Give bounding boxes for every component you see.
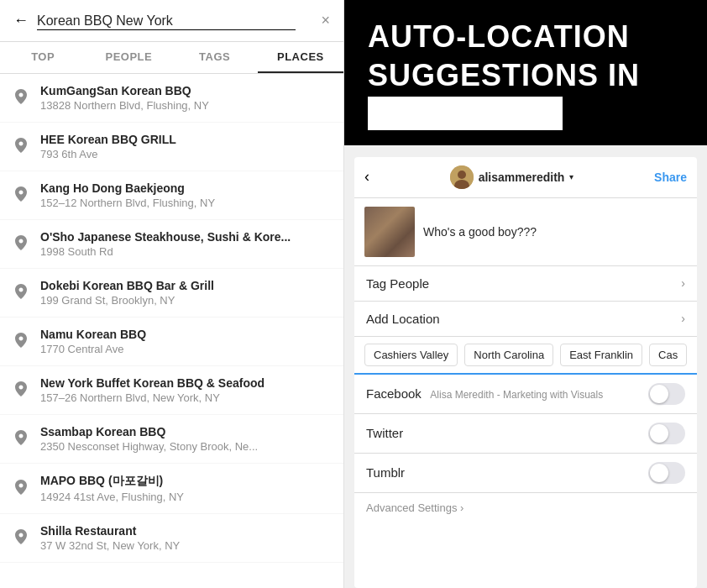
- result-text: Kang Ho Dong Baekjeong 152–12 Northern B…: [40, 181, 215, 209]
- location-pin-icon: [13, 138, 29, 156]
- back-button[interactable]: ←: [13, 12, 29, 29]
- location-pin-icon: [13, 333, 29, 351]
- location-chips: Cashiers Valley North Carolina East Fran…: [354, 337, 697, 375]
- ig-facebook-row: Facebook Alisa Meredith - Marketing with…: [354, 375, 697, 414]
- ig-facebook-label: Facebook: [366, 386, 422, 401]
- result-item-4[interactable]: Dokebi Korean BBQ Bar & Grill 199 Grand …: [0, 269, 343, 318]
- result-address: 1770 Central Ave: [40, 343, 146, 355]
- chip-east-franklin[interactable]: East Franklin: [560, 344, 642, 366]
- right-panel: AUTO-LOCATION SUGGESTIONS IN INSTAGRAM ‹…: [344, 0, 707, 588]
- ig-share-button[interactable]: Share: [654, 171, 687, 184]
- tab-tags[interactable]: TAGS: [172, 42, 258, 73]
- location-pin-icon: [13, 480, 29, 498]
- result-name: Kang Ho Dong Baekjeong: [40, 181, 215, 195]
- result-name: MAPO BBQ (마포갈비): [40, 474, 184, 489]
- tab-top[interactable]: TOP: [0, 42, 86, 73]
- location-pin-icon: [13, 529, 29, 548]
- ig-back-button[interactable]: ‹: [364, 168, 369, 186]
- tab-places[interactable]: PLACES: [258, 42, 343, 73]
- svg-point-1: [458, 171, 466, 179]
- ig-chevron-icon: ▾: [569, 172, 573, 181]
- ig-profile: alisammeredith ▾: [376, 165, 647, 189]
- result-name: HEE Korean BBQ GRILL: [40, 133, 176, 146]
- result-name: KumGangSan Korean BBQ: [40, 84, 209, 97]
- headline-line3: INSTAGRAM: [368, 92, 683, 130]
- result-name: New York Buffet Korean BBQ & Seafood: [40, 376, 264, 390]
- result-text: Ssambap Korean BBQ 2350 Nesconset Highwa…: [40, 425, 258, 453]
- result-address: 1998 South Rd: [40, 245, 291, 258]
- results-list: KumGangSan Korean BBQ 13828 Northern Blv…: [0, 74, 343, 588]
- result-address: 152–12 Northern Blvd, Flushing, NY: [40, 197, 215, 209]
- twitter-toggle-knob: [650, 424, 668, 443]
- result-text: Dokebi Korean BBQ Bar & Grill 199 Grand …: [40, 279, 214, 307]
- result-text: KumGangSan Korean BBQ 13828 Northern Blv…: [40, 84, 209, 112]
- ig-avatar: [450, 165, 474, 189]
- result-item-1[interactable]: HEE Korean BBQ GRILL 793 6th Ave: [0, 123, 343, 171]
- search-underline: [37, 29, 296, 30]
- location-pin-icon: [13, 430, 29, 449]
- result-text: MAPO BBQ (마포갈비) 14924 41st Ave, Flushing…: [40, 474, 184, 503]
- headline-block: AUTO-LOCATION SUGGESTIONS IN INSTAGRAM: [344, 0, 707, 145]
- ig-add-location-section[interactable]: Add Location ›: [354, 302, 697, 337]
- tumblr-toggle-knob: [650, 464, 668, 482]
- result-item-7[interactable]: Ssambap Korean BBQ 2350 Nesconset Highwa…: [0, 415, 343, 464]
- ig-tumblr-row: Tumblr: [354, 454, 697, 493]
- ig-location-chevron-icon: ›: [681, 312, 685, 325]
- result-item-5[interactable]: Namu Korean BBQ 1770 Central Ave: [0, 318, 343, 366]
- result-text: Namu Korean BBQ 1770 Central Ave: [40, 328, 146, 355]
- ig-tag-people-label: Tag People: [366, 276, 429, 291]
- ig-username: alisammeredith: [479, 171, 565, 184]
- ig-tumblr-label: Tumblr: [366, 465, 405, 480]
- chip-cas[interactable]: Cas: [649, 344, 687, 366]
- headline-line2: SUGGESTIONS IN: [368, 59, 683, 92]
- ig-content: Who's a good boy???: [354, 198, 697, 266]
- result-address: 199 Grand St, Brooklyn, NY: [40, 294, 214, 307]
- left-panel: ← × TOP PEOPLE TAGS PLACES KumGangSan Ko…: [0, 0, 344, 588]
- result-address: 157–26 Northern Blvd, New York, NY: [40, 391, 264, 404]
- result-address: 13828 Northern Blvd, Flushing, NY: [40, 99, 209, 112]
- tab-people[interactable]: PEOPLE: [86, 42, 171, 73]
- headline-line3-text: INSTAGRAM: [368, 97, 563, 130]
- ig-facebook-sub: Alisa Meredith - Marketing with Visuals: [430, 389, 603, 401]
- search-bar: ← ×: [0, 0, 343, 42]
- headline-line1: AUTO-LOCATION: [368, 20, 683, 54]
- result-name: Ssambap Korean BBQ: [40, 425, 258, 438]
- result-name: Namu Korean BBQ: [40, 328, 146, 341]
- ig-add-location-label: Add Location: [366, 312, 440, 326]
- result-address: 793 6th Ave: [40, 148, 176, 160]
- ig-caption: Who's a good boy???: [423, 207, 537, 257]
- result-address: 14924 41st Ave, Flushing, NY: [40, 491, 184, 503]
- location-pin-icon: [13, 381, 29, 400]
- result-text: O'Sho Japanese Steakhouse, Sushi & Kore.…: [40, 230, 291, 258]
- result-name: Dokebi Korean BBQ Bar & Grill: [40, 279, 214, 292]
- ig-header: ‹ alisammeredith ▾ Share: [354, 157, 697, 198]
- chip-cashiers-valley[interactable]: Cashiers Valley: [364, 344, 458, 366]
- result-text: Shilla Restaurant 37 W 32nd St, New York…: [40, 524, 180, 552]
- result-item-9[interactable]: Shilla Restaurant 37 W 32nd St, New York…: [0, 514, 343, 563]
- result-item-3[interactable]: O'Sho Japanese Steakhouse, Sushi & Kore.…: [0, 220, 343, 269]
- result-address: 2350 Nesconset Highway, Stony Brook, Ne.…: [40, 440, 258, 453]
- facebook-toggle[interactable]: [648, 383, 685, 405]
- result-item-8[interactable]: MAPO BBQ (마포갈비) 14924 41st Ave, Flushing…: [0, 464, 343, 514]
- result-item-0[interactable]: KumGangSan Korean BBQ 13828 Northern Blv…: [0, 74, 343, 123]
- ig-tag-chevron-icon: ›: [681, 276, 685, 290]
- search-input[interactable]: [37, 13, 312, 29]
- dog-image: [364, 207, 415, 257]
- ig-thumbnail: [364, 207, 415, 257]
- result-item-6[interactable]: New York Buffet Korean BBQ & Seafood 157…: [0, 366, 343, 415]
- facebook-toggle-knob: [650, 385, 668, 403]
- ig-advanced-settings[interactable]: Advanced Settings ›: [354, 493, 697, 522]
- result-text: New York Buffet Korean BBQ & Seafood 157…: [40, 376, 264, 404]
- tumblr-toggle[interactable]: [648, 462, 685, 484]
- instagram-mock: ‹ alisammeredith ▾ Share Who's a good bo: [354, 157, 697, 588]
- location-pin-icon: [13, 186, 29, 205]
- chip-north-carolina[interactable]: North Carolina: [464, 344, 553, 366]
- twitter-toggle[interactable]: [648, 423, 685, 444]
- result-item-2[interactable]: Kang Ho Dong Baekjeong 152–12 Northern B…: [0, 171, 343, 220]
- location-pin-icon: [13, 235, 29, 254]
- clear-button[interactable]: ×: [321, 12, 330, 29]
- result-name: Shilla Restaurant: [40, 524, 180, 538]
- ig-twitter-row: Twitter: [354, 414, 697, 454]
- ig-tag-people-section[interactable]: Tag People ›: [354, 266, 697, 302]
- search-input-container: [37, 13, 312, 29]
